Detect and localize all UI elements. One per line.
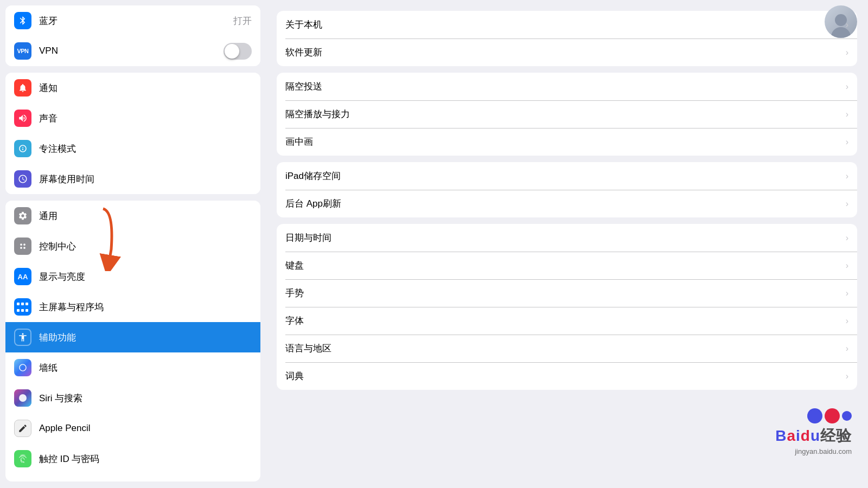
settings-row-pip[interactable]: 画中画 › — [277, 128, 857, 156]
svg-point-3 — [23, 247, 25, 249]
applepencil-label: Apple Pencil — [39, 423, 252, 434]
settings-group-storage: iPad储存空间 › 后台 App刷新 › — [277, 162, 857, 217]
settings-row-ipadstorage[interactable]: iPad储存空间 › — [277, 162, 857, 190]
bluetooth-label: 蓝牙 — [39, 15, 233, 27]
wallpaper-icon — [14, 359, 31, 376]
wallpaper-label: 墙纸 — [39, 362, 252, 374]
main-content: 关于本机 › 软件更新 › 隔空投送 › 隔空播放与接力 › 画中画 › — [271, 0, 868, 488]
font-label: 字体 — [285, 314, 841, 327]
focus-icon — [14, 140, 31, 157]
sidebar-top-group: 蓝牙 打开 VPN VPN — [5, 5, 260, 66]
airplay-label: 隔空播放与接力 — [285, 108, 841, 120]
screentime-label: 屏幕使用时间 — [39, 173, 252, 185]
vpn-label: VPN — [39, 46, 224, 56]
chevron-language: › — [846, 344, 848, 354]
notification-label: 通知 — [39, 82, 252, 94]
settings-row-airplay[interactable]: 隔空播放与接力 › — [277, 100, 857, 128]
sidebar-item-controlcenter[interactable]: 控制中心 — [5, 231, 260, 261]
controlcenter-label: 控制中心 — [39, 240, 252, 253]
vpn-icon: VPN — [14, 42, 31, 60]
settings-row-datetime[interactable]: 日期与时间 › — [277, 224, 857, 252]
keyboard-label: 键盘 — [285, 259, 841, 272]
bluetooth-value: 打开 — [233, 15, 252, 27]
pip-label: 画中画 — [285, 136, 841, 148]
sidebar: 蓝牙 打开 VPN VPN 通知 — [0, 0, 266, 488]
controlcenter-icon — [14, 237, 31, 255]
notification-icon — [14, 79, 31, 97]
touchid-label: 触控 ID 与密码 — [39, 453, 252, 465]
homescreen-label: 主屏幕与程序坞 — [39, 301, 252, 313]
settings-group-airdrop: 隔空投送 › 隔空播放与接力 › 画中画 › — [277, 73, 857, 156]
settings-row-airdrop[interactable]: 隔空投送 › — [277, 73, 857, 100]
sidebar-item-display[interactable]: AA 显示与亮度 — [5, 261, 260, 292]
chevron-airplay: › — [846, 110, 848, 119]
sidebar-item-vpn[interactable]: VPN VPN — [5, 36, 260, 66]
sidebar-item-focus[interactable]: 专注模式 — [5, 133, 260, 164]
settings-row-font[interactable]: 字体 › — [277, 307, 857, 335]
chevron-datetime: › — [846, 233, 848, 243]
sidebar-group-2: 通用 控制中心 AA 显示与亮度 — [5, 201, 260, 481]
vpn-toggle[interactable] — [224, 43, 252, 60]
settings-row-language[interactable]: 语言与地区 › — [277, 335, 857, 362]
settings-group-datetime: 日期与时间 › 键盘 › 手势 › 字体 › 语言与地区 › 词典 › — [277, 224, 857, 390]
bluetooth-icon — [14, 12, 31, 29]
applepencil-icon — [14, 420, 31, 437]
sidebar-item-accessibility[interactable]: 辅助功能 — [5, 322, 260, 352]
sidebar-item-homescreen[interactable]: 主屏幕与程序坞 — [5, 292, 260, 322]
settings-row-gesture[interactable]: 手势 › — [277, 279, 857, 307]
chevron-pip: › — [846, 137, 848, 147]
sound-icon — [14, 110, 31, 127]
general-label: 通用 — [39, 210, 252, 222]
display-icon: AA — [14, 268, 31, 285]
ipadstorage-label: iPad储存空间 — [285, 170, 841, 182]
datetime-label: 日期与时间 — [285, 232, 841, 244]
sidebar-item-applepencil[interactable]: Apple Pencil — [5, 413, 260, 444]
settings-row-softwareupdate[interactable]: 软件更新 › — [277, 38, 857, 66]
siri-icon — [14, 389, 31, 407]
settings-row-about[interactable]: 关于本机 › — [277, 11, 857, 38]
chevron-backgroundapp: › — [846, 199, 848, 209]
sidebar-item-touchid[interactable]: 触控 ID 与密码 — [5, 444, 260, 474]
sidebar-item-notification[interactable]: 通知 — [5, 73, 260, 103]
sound-label: 声音 — [39, 112, 252, 125]
svg-point-1 — [23, 243, 25, 246]
chevron-softwareupdate: › — [846, 48, 848, 57]
svg-point-2 — [20, 247, 22, 249]
general-icon — [14, 207, 31, 224]
touchid-icon — [14, 450, 31, 467]
settings-row-backgroundapp[interactable]: 后台 App刷新 › — [277, 190, 857, 217]
main-panel: 关于本机 › 软件更新 › 隔空投送 › 隔空播放与接力 › 画中画 › — [266, 0, 868, 488]
homescreen-icon — [14, 298, 31, 316]
sidebar-item-siri[interactable]: Siri 与搜索 — [5, 383, 260, 413]
chevron-keyboard: › — [846, 261, 848, 271]
sidebar-item-bluetooth[interactable]: 蓝牙 打开 — [5, 5, 260, 36]
gesture-label: 手势 — [285, 287, 841, 299]
chevron-ipadstorage: › — [846, 171, 848, 181]
language-label: 语言与地区 — [285, 342, 841, 355]
chevron-font: › — [846, 316, 848, 326]
display-label: 显示与亮度 — [39, 271, 252, 283]
chevron-dictionary: › — [846, 371, 848, 381]
sidebar-item-wallpaper[interactable]: 墙纸 — [5, 352, 260, 383]
screentime-icon — [14, 170, 31, 188]
sidebar-group-1: 通知 声音 专注模式 屏幕使用时间 — [5, 73, 260, 194]
sidebar-item-screentime[interactable]: 屏幕使用时间 — [5, 164, 260, 194]
accessibility-label: 辅助功能 — [39, 331, 252, 344]
chevron-gesture: › — [846, 288, 848, 298]
backgroundapp-label: 后台 App刷新 — [285, 197, 841, 210]
softwareupdate-label: 软件更新 — [285, 46, 841, 59]
chevron-airdrop: › — [846, 82, 848, 92]
dictionary-label: 词典 — [285, 370, 841, 382]
airdrop-label: 隔空投送 — [285, 80, 841, 93]
settings-group-about: 关于本机 › 软件更新 › — [277, 11, 857, 66]
sidebar-item-general[interactable]: 通用 — [5, 201, 260, 231]
about-label: 关于本机 — [285, 18, 841, 31]
toggle-knob — [225, 44, 239, 59]
settings-row-dictionary[interactable]: 词典 › — [277, 362, 857, 390]
accessibility-icon — [14, 329, 31, 346]
svg-point-0 — [20, 243, 22, 246]
chevron-about: › — [846, 20, 848, 30]
sidebar-item-sound[interactable]: 声音 — [5, 103, 260, 133]
settings-row-keyboard[interactable]: 键盘 › — [277, 252, 857, 279]
siri-label: Siri 与搜索 — [39, 392, 252, 404]
